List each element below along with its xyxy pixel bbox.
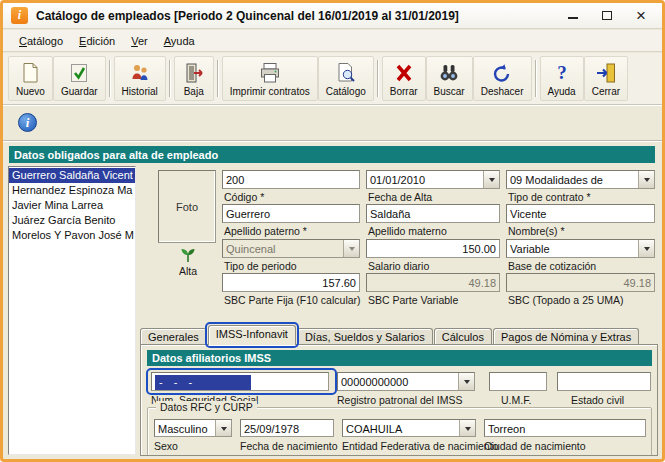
registro-patronal-label: Registro patronal del IMSS xyxy=(337,394,462,406)
sbc-topado-field: 49.18 xyxy=(506,273,655,292)
codigo-field[interactable]: 200 xyxy=(222,170,360,189)
ciudad-nacimiento-field[interactable]: Torreon xyxy=(484,419,646,437)
dismissal-door-icon xyxy=(182,61,206,85)
tab-calculos[interactable]: Cálculos xyxy=(434,328,492,345)
entidad-nacimiento-label: Entidad Federativa de nacimiento xyxy=(342,440,498,452)
estado-civil-label: Estado civil xyxy=(571,394,624,406)
delete-button-label: Borrar xyxy=(390,86,418,97)
history-people-icon xyxy=(128,61,152,85)
section-header-label: Datos obligados para alta de empleado xyxy=(14,149,218,161)
rfc-curp-group-title: Datos RFC y CURP xyxy=(156,401,257,413)
help-question-icon: ? xyxy=(550,61,574,85)
tipo-periodo-value: Quincenal xyxy=(223,240,343,257)
close-window-button[interactable]: Cerrar xyxy=(584,56,628,101)
menu-ayuda[interactable]: Ayuda xyxy=(156,32,203,50)
tab-generales[interactable]: Generales xyxy=(140,328,207,345)
tipo-contrato-combobox[interactable]: 09 Modalidades de xyxy=(506,170,655,189)
base-cotizacion-value: Variable xyxy=(507,240,638,257)
baja-button-label: Baja xyxy=(184,86,204,97)
toolbar: Nuevo Guardar Historial Baja Imprimir co… xyxy=(3,53,662,105)
list-item[interactable]: Morelos Y Pavon José M xyxy=(9,228,135,243)
umf-label: U.M.F. xyxy=(501,394,531,406)
umf-field[interactable] xyxy=(489,372,547,391)
baja-button[interactable]: Baja xyxy=(174,56,214,101)
list-item[interactable]: Guerrero Saldaña Vicent xyxy=(9,168,135,183)
apellido-paterno-field[interactable]: Guerrero xyxy=(222,204,360,223)
alta-label: Alta xyxy=(171,265,205,277)
salario-diario-value: 150.00 xyxy=(462,243,496,255)
new-button[interactable]: Nuevo xyxy=(8,56,53,101)
binoculars-icon xyxy=(437,61,461,85)
list-item[interactable]: Juárez García Benito xyxy=(9,213,135,228)
nombres-value: Vicente xyxy=(510,208,547,220)
delete-button[interactable]: Borrar xyxy=(382,56,426,101)
history-button[interactable]: Historial xyxy=(114,56,166,101)
tab-imss-infonavit[interactable]: IMSS-Infonavit xyxy=(208,325,296,345)
imss-section-header-label: Datos afiliatorios IMSS xyxy=(152,352,271,364)
undo-button[interactable]: Deshacer xyxy=(473,56,532,101)
entidad-nacimiento-combobox[interactable]: COAHUILA xyxy=(342,419,476,437)
catalog-button[interactable]: Catálogo xyxy=(318,56,374,101)
history-button-label: Historial xyxy=(122,86,158,97)
list-item[interactable]: Hernandez Espinoza Ma xyxy=(9,183,135,198)
sbc-variable-label: SBC Parte Variable xyxy=(368,294,458,306)
undo-arrow-icon xyxy=(490,61,514,85)
tab-pagos-nomina[interactable]: Pagos de Nómina y Extras xyxy=(493,328,639,345)
dropdown-arrow-icon[interactable] xyxy=(638,171,654,188)
dropdown-arrow-icon[interactable] xyxy=(215,420,231,436)
maximize-button[interactable] xyxy=(600,9,614,23)
dropdown-arrow-icon[interactable] xyxy=(458,373,474,390)
sbc-fija-label: SBC Parte Fija (F10 calcular) xyxy=(224,294,361,306)
minimize-icon xyxy=(568,9,578,19)
base-cotizacion-combobox[interactable]: Variable xyxy=(506,239,655,258)
apellido-materno-field[interactable]: Saldaña xyxy=(366,204,500,223)
save-button[interactable]: Guardar xyxy=(53,56,106,101)
photo-placeholder[interactable]: Foto xyxy=(158,170,216,243)
fecha-alta-label: Fecha de Alta xyxy=(368,191,432,203)
nombres-label: Nombre(s) * xyxy=(508,225,565,237)
tab-strip: Generales IMSS-Infonavit Días, Sueldos y… xyxy=(140,325,640,345)
tab-dias-sueldos[interactable]: Días, Sueldos y Salarios xyxy=(297,328,433,345)
dropdown-arrow-icon xyxy=(343,240,359,257)
registro-patronal-combobox[interactable]: 00000000000 xyxy=(337,372,475,391)
sexo-combobox[interactable]: Masculino xyxy=(154,419,232,437)
new-document-icon xyxy=(18,61,42,85)
base-cotizacion-label: Base de cotización xyxy=(508,260,596,272)
menu-catalogo[interactable]: Catálogo xyxy=(11,32,71,50)
registro-patronal-value: 00000000000 xyxy=(338,373,458,390)
toolbar-separator xyxy=(377,60,379,97)
list-item[interactable]: Javier Mina Larrea xyxy=(9,198,135,213)
sbc-fija-field[interactable]: 157.60 xyxy=(222,273,360,292)
employee-listbox[interactable]: Guerrero Saldaña Vicent Hernandez Espino… xyxy=(8,166,136,455)
apellido-paterno-label: Apellido paterno * xyxy=(224,225,307,237)
window-title: Catálogo de empleados [Periodo 2 Quincen… xyxy=(36,9,459,23)
menu-ver[interactable]: Ver xyxy=(123,32,156,50)
dropdown-arrow-icon[interactable] xyxy=(483,171,499,188)
fecha-alta-value: 01/01/2010 xyxy=(367,171,483,188)
nss-field[interactable]: - - - xyxy=(151,372,329,391)
tipo-periodo-combobox: Quincenal xyxy=(222,239,360,258)
search-button[interactable]: Buscar xyxy=(426,56,473,101)
menu-edicion[interactable]: Edición xyxy=(71,32,123,50)
undo-button-label: Deshacer xyxy=(481,86,524,97)
dropdown-arrow-icon[interactable] xyxy=(638,240,654,257)
help-button[interactable]: ? Ayuda xyxy=(540,56,584,101)
fecha-alta-combobox[interactable]: 01/01/2010 xyxy=(366,170,500,189)
imss-tab-panel: Datos afiliatorios IMSS - - - 0000000000… xyxy=(140,344,658,456)
print-contracts-button[interactable]: Imprimir contratos xyxy=(222,56,318,101)
toolbar-separator xyxy=(169,60,171,97)
salario-diario-field[interactable]: 150.00 xyxy=(366,239,500,258)
toolbar-separator xyxy=(217,60,219,97)
minimize-button[interactable] xyxy=(566,9,580,23)
alta-plant-icon xyxy=(179,246,197,264)
sbc-topado-value: 49.18 xyxy=(623,277,651,289)
close-button[interactable]: × xyxy=(634,9,648,23)
tab-imss-infonavit-label: IMSS-Infonavit xyxy=(216,328,288,340)
printer-icon xyxy=(258,61,282,85)
estado-civil-field[interactable] xyxy=(557,372,651,391)
fecha-nacimiento-field[interactable]: 25/09/1978 xyxy=(240,419,334,437)
dropdown-arrow-icon[interactable] xyxy=(459,420,475,436)
salario-diario-label: Salario diario xyxy=(368,260,429,272)
codigo-value: 200 xyxy=(226,174,244,186)
nombres-field[interactable]: Vicente xyxy=(506,204,655,223)
